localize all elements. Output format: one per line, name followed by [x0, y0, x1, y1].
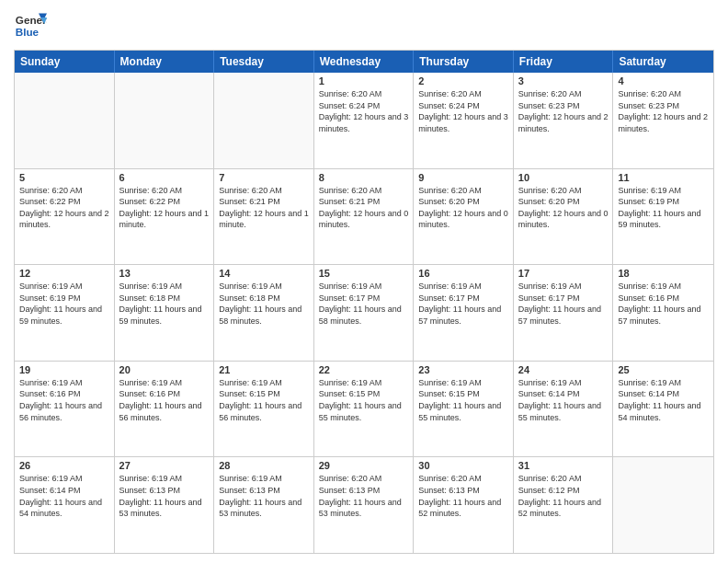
- day-number: 12: [19, 268, 109, 279]
- day-info: Sunrise: 6:19 AM Sunset: 6:15 PM Dayligh…: [319, 377, 409, 423]
- day-info: Sunrise: 6:20 AM Sunset: 6:13 PM Dayligh…: [319, 473, 409, 519]
- day-cell-7: 7Sunrise: 6:20 AM Sunset: 6:21 PM Daylig…: [214, 169, 314, 265]
- empty-cell: [15, 73, 115, 168]
- header-day-wednesday: Wednesday: [314, 51, 415, 73]
- calendar-row-2: 5Sunrise: 6:20 AM Sunset: 6:22 PM Daylig…: [15, 168, 713, 265]
- day-number: 22: [319, 364, 409, 375]
- day-cell-14: 14Sunrise: 6:19 AM Sunset: 6:18 PM Dayli…: [214, 265, 314, 361]
- calendar: SundayMondayTuesdayWednesdayThursdayFrid…: [14, 50, 714, 554]
- day-cell-27: 27Sunrise: 6:19 AM Sunset: 6:13 PM Dayli…: [115, 457, 215, 553]
- day-number: 16: [418, 268, 508, 279]
- empty-cell: [214, 73, 314, 168]
- day-number: 2: [418, 75, 508, 86]
- calendar-header: SundayMondayTuesdayWednesdayThursdayFrid…: [15, 51, 713, 73]
- day-cell-20: 20Sunrise: 6:19 AM Sunset: 6:16 PM Dayli…: [115, 362, 215, 457]
- day-number: 1: [319, 75, 409, 86]
- day-cell-3: 3Sunrise: 6:20 AM Sunset: 6:23 PM Daylig…: [514, 73, 614, 168]
- day-number: 23: [418, 364, 508, 375]
- day-number: 19: [19, 364, 109, 375]
- calendar-body: 1Sunrise: 6:20 AM Sunset: 6:24 PM Daylig…: [15, 73, 713, 553]
- day-cell-9: 9Sunrise: 6:20 AM Sunset: 6:20 PM Daylig…: [414, 169, 514, 265]
- day-info: Sunrise: 6:19 AM Sunset: 6:18 PM Dayligh…: [219, 281, 309, 327]
- empty-cell: [115, 73, 215, 168]
- day-cell-8: 8Sunrise: 6:20 AM Sunset: 6:21 PM Daylig…: [314, 169, 415, 265]
- day-info: Sunrise: 6:19 AM Sunset: 6:19 PM Dayligh…: [19, 281, 109, 327]
- day-info: Sunrise: 6:19 AM Sunset: 6:13 PM Dayligh…: [219, 473, 309, 519]
- day-cell-21: 21Sunrise: 6:19 AM Sunset: 6:15 PM Dayli…: [214, 362, 314, 457]
- day-cell-28: 28Sunrise: 6:19 AM Sunset: 6:13 PM Dayli…: [214, 457, 314, 553]
- day-cell-18: 18Sunrise: 6:19 AM Sunset: 6:16 PM Dayli…: [613, 265, 713, 361]
- day-cell-5: 5Sunrise: 6:20 AM Sunset: 6:22 PM Daylig…: [15, 169, 115, 265]
- day-info: Sunrise: 6:19 AM Sunset: 6:18 PM Dayligh…: [119, 281, 210, 327]
- day-number: 4: [618, 75, 709, 86]
- day-number: 8: [319, 172, 409, 183]
- day-info: Sunrise: 6:19 AM Sunset: 6:15 PM Dayligh…: [418, 377, 508, 423]
- day-cell-29: 29Sunrise: 6:20 AM Sunset: 6:13 PM Dayli…: [314, 457, 415, 553]
- day-cell-10: 10Sunrise: 6:20 AM Sunset: 6:20 PM Dayli…: [514, 169, 614, 265]
- svg-text:Blue: Blue: [16, 26, 40, 38]
- day-info: Sunrise: 6:19 AM Sunset: 6:14 PM Dayligh…: [19, 473, 109, 519]
- day-info: Sunrise: 6:19 AM Sunset: 6:13 PM Dayligh…: [119, 473, 210, 519]
- day-info: Sunrise: 6:20 AM Sunset: 6:21 PM Dayligh…: [319, 185, 409, 231]
- day-number: 14: [219, 268, 309, 279]
- day-cell-31: 31Sunrise: 6:20 AM Sunset: 6:12 PM Dayli…: [514, 457, 614, 553]
- day-info: Sunrise: 6:19 AM Sunset: 6:17 PM Dayligh…: [418, 281, 508, 327]
- day-info: Sunrise: 6:20 AM Sunset: 6:24 PM Dayligh…: [418, 88, 508, 134]
- calendar-row-3: 12Sunrise: 6:19 AM Sunset: 6:19 PM Dayli…: [15, 264, 713, 361]
- day-number: 9: [418, 172, 508, 183]
- day-info: Sunrise: 6:20 AM Sunset: 6:12 PM Dayligh…: [518, 473, 609, 519]
- header-day-thursday: Thursday: [414, 51, 514, 73]
- day-info: Sunrise: 6:20 AM Sunset: 6:20 PM Dayligh…: [518, 185, 609, 231]
- day-info: Sunrise: 6:19 AM Sunset: 6:16 PM Dayligh…: [618, 281, 709, 327]
- header-day-monday: Monday: [115, 51, 215, 73]
- day-number: 13: [119, 268, 210, 279]
- day-cell-1: 1Sunrise: 6:20 AM Sunset: 6:24 PM Daylig…: [314, 73, 415, 168]
- logo-icon: General Blue: [14, 9, 47, 42]
- day-number: 18: [618, 268, 709, 279]
- day-info: Sunrise: 6:20 AM Sunset: 6:22 PM Dayligh…: [119, 185, 210, 231]
- day-number: 6: [119, 172, 210, 183]
- empty-cell: [613, 457, 713, 553]
- day-cell-19: 19Sunrise: 6:19 AM Sunset: 6:16 PM Dayli…: [15, 362, 115, 457]
- day-info: Sunrise: 6:20 AM Sunset: 6:23 PM Dayligh…: [618, 88, 709, 134]
- day-info: Sunrise: 6:20 AM Sunset: 6:20 PM Dayligh…: [418, 185, 508, 231]
- calendar-row-1: 1Sunrise: 6:20 AM Sunset: 6:24 PM Daylig…: [15, 73, 713, 168]
- day-number: 27: [119, 460, 210, 471]
- logo: General Blue: [14, 9, 47, 42]
- day-cell-16: 16Sunrise: 6:19 AM Sunset: 6:17 PM Dayli…: [414, 265, 514, 361]
- day-cell-6: 6Sunrise: 6:20 AM Sunset: 6:22 PM Daylig…: [115, 169, 215, 265]
- day-number: 11: [618, 172, 709, 183]
- day-cell-24: 24Sunrise: 6:19 AM Sunset: 6:14 PM Dayli…: [514, 362, 614, 457]
- header-day-tuesday: Tuesday: [214, 51, 314, 73]
- day-cell-2: 2Sunrise: 6:20 AM Sunset: 6:24 PM Daylig…: [414, 73, 514, 168]
- calendar-row-5: 26Sunrise: 6:19 AM Sunset: 6:14 PM Dayli…: [15, 456, 713, 553]
- header-day-friday: Friday: [514, 51, 614, 73]
- header-day-sunday: Sunday: [15, 51, 115, 73]
- day-info: Sunrise: 6:20 AM Sunset: 6:22 PM Dayligh…: [19, 185, 109, 231]
- day-number: 17: [518, 268, 609, 279]
- day-cell-4: 4Sunrise: 6:20 AM Sunset: 6:23 PM Daylig…: [613, 73, 713, 168]
- day-info: Sunrise: 6:19 AM Sunset: 6:19 PM Dayligh…: [618, 185, 709, 231]
- day-number: 31: [518, 460, 609, 471]
- day-info: Sunrise: 6:20 AM Sunset: 6:23 PM Dayligh…: [518, 88, 609, 134]
- day-cell-23: 23Sunrise: 6:19 AM Sunset: 6:15 PM Dayli…: [414, 362, 514, 457]
- day-number: 15: [319, 268, 409, 279]
- day-number: 30: [418, 460, 508, 471]
- day-cell-25: 25Sunrise: 6:19 AM Sunset: 6:14 PM Dayli…: [613, 362, 713, 457]
- day-info: Sunrise: 6:19 AM Sunset: 6:14 PM Dayligh…: [618, 377, 709, 423]
- day-number: 25: [618, 364, 709, 375]
- day-info: Sunrise: 6:19 AM Sunset: 6:16 PM Dayligh…: [19, 377, 109, 423]
- day-cell-13: 13Sunrise: 6:19 AM Sunset: 6:18 PM Dayli…: [115, 265, 215, 361]
- day-cell-12: 12Sunrise: 6:19 AM Sunset: 6:19 PM Dayli…: [15, 265, 115, 361]
- day-info: Sunrise: 6:19 AM Sunset: 6:14 PM Dayligh…: [518, 377, 609, 423]
- day-info: Sunrise: 6:20 AM Sunset: 6:21 PM Dayligh…: [219, 185, 309, 231]
- day-info: Sunrise: 6:19 AM Sunset: 6:17 PM Dayligh…: [518, 281, 609, 327]
- day-number: 29: [319, 460, 409, 471]
- day-number: 10: [518, 172, 609, 183]
- day-number: 28: [219, 460, 309, 471]
- day-cell-26: 26Sunrise: 6:19 AM Sunset: 6:14 PM Dayli…: [15, 457, 115, 553]
- day-info: Sunrise: 6:19 AM Sunset: 6:16 PM Dayligh…: [119, 377, 210, 423]
- day-number: 26: [19, 460, 109, 471]
- day-info: Sunrise: 6:19 AM Sunset: 6:15 PM Dayligh…: [219, 377, 309, 423]
- day-cell-22: 22Sunrise: 6:19 AM Sunset: 6:15 PM Dayli…: [314, 362, 415, 457]
